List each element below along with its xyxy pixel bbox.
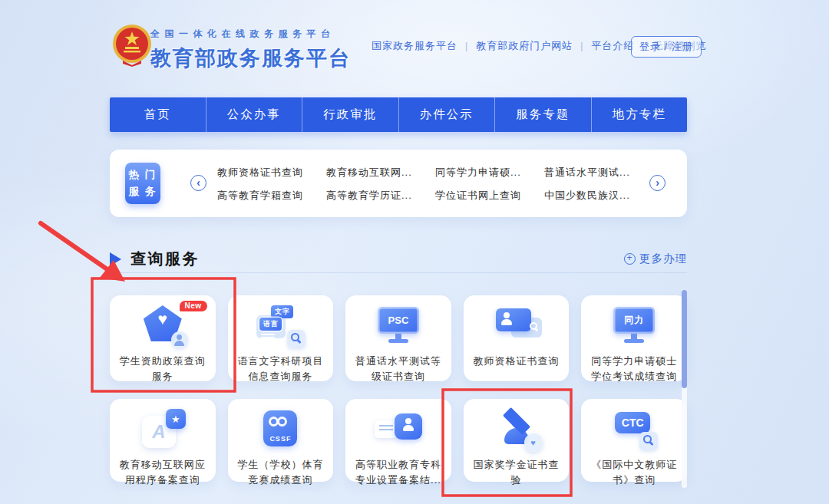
hot-link-degree-cert-online[interactable]: 学位证书网上查询 (435, 185, 544, 206)
card-label: 同等学力申请硕士学位考试成绩查询 (589, 354, 679, 384)
magnifier-icon (639, 432, 658, 450)
card-label: 普通话水平测试等级证书查询 (353, 354, 444, 384)
ctc-icon: CTC (607, 409, 661, 452)
chip-yuyan: 语言 (259, 318, 282, 331)
link-platform-intro[interactable]: 平台介绍 (573, 39, 634, 53)
card-sports-competition-score[interactable]: CSSF 学生（学校）体育竞赛成绩查询 (228, 399, 334, 482)
card-student-aid-policy[interactable]: New 学生资助政策查询服务 (110, 295, 216, 381)
nav-case-publicity[interactable]: 办件公示 (398, 97, 495, 132)
platform-tagline: 全国一体化在线政务服务平台 (150, 28, 351, 41)
card-label: 学生资助政策查询服务 (117, 354, 208, 384)
ctc-logo-text: CTC (615, 412, 650, 433)
platform-title: 教育部政务服务平台 (150, 44, 351, 72)
card-putonghua-cert[interactable]: PSC 普通话水平测试等级证书查询 (345, 295, 451, 381)
card-vocational-major-filing[interactable]: 高等职业教育专科专业设置备案结... (345, 399, 451, 482)
card-label: 高等职业教育专科专业设置备案结... (353, 457, 444, 487)
card-label: 国家奖学金证书查验 (471, 457, 562, 487)
teacher-cert-icon (490, 305, 543, 348)
nav-local-columns[interactable]: 地方专栏 (591, 97, 688, 132)
query-section-header: 查询服务 更多办理 (110, 245, 687, 273)
card-edu-mobile-app-filing[interactable]: 教育移动互联网应用程序备案查询 (110, 399, 216, 482)
cssf-icon: CSSF (253, 409, 307, 452)
person-icon (402, 418, 414, 430)
card-label: 学生（学校）体育竞赛成绩查询 (235, 457, 325, 487)
card-label: 教师资格证书查询 (471, 354, 562, 369)
hot-links-grid: 教师资格证书查询 教育移动互联网... 同等学力申请硕... 普通话水平测试..… (217, 162, 646, 206)
more-services-label: 更多办理 (639, 252, 687, 266)
magnifier-icon (287, 330, 306, 348)
national-emblem-logo (112, 24, 152, 67)
hot-link-higher-edu-cert[interactable]: 高等教育学历证... (326, 185, 435, 206)
query-section-title: 查询服务 (130, 249, 200, 269)
hot-badge-line1: 热 门 (129, 168, 157, 182)
card-national-scholarship-cert[interactable]: 国家奖学金证书查验 (464, 399, 570, 482)
cssf-logo-text: CSSF (263, 435, 297, 443)
nav-admin-approval[interactable]: 行政审批 (302, 97, 398, 132)
card-label: 教育移动互联网应用程序备案查询 (117, 457, 208, 487)
hot-link-equivalent-master[interactable]: 同等学力申请硕... (435, 162, 544, 183)
language-research-icon: 文字 语言 (253, 305, 307, 348)
chevron-right-icon[interactable] (649, 175, 666, 191)
app-filing-icon (136, 409, 190, 452)
heart-icon (144, 310, 182, 328)
card-label: 语言文字科研项目信息查询服务 (235, 354, 325, 384)
triangle-icon (110, 252, 121, 266)
hot-services-badge: 热 门 服 务 (125, 163, 160, 204)
heart-badge-icon (524, 433, 543, 452)
psc-monitor-icon: PSC (372, 305, 425, 348)
more-services-link[interactable]: 更多办理 (624, 252, 687, 266)
person-icon (500, 312, 513, 324)
chevron-left-icon[interactable] (190, 175, 206, 191)
scholarship-graduate-icon (490, 409, 543, 452)
card-label: 《国际中文教师证书》查询 (589, 457, 679, 487)
vocational-filing-icon (372, 409, 425, 452)
scrollbar-thumb[interactable] (682, 290, 687, 388)
link-national-platform[interactable]: 国家政务服务平台 (372, 39, 457, 53)
psc-screen-text: PSC (378, 307, 419, 334)
card-language-research[interactable]: 文字 语言 语言文字科研项目信息查询服务 (228, 295, 334, 381)
magnifier-icon (530, 322, 537, 330)
card-ctc-cert-query[interactable]: CTC 《国际中文教师证书》查询 (581, 399, 687, 482)
page: 全国一体化在线政务服务平台 教育部政务服务平台 国家政务服务平台 教育部政府门户… (0, 0, 829, 504)
login-register-button[interactable]: 登录 / 注册 (631, 36, 702, 58)
hot-link-edu-mobile[interactable]: 教育移动互联网... (326, 162, 435, 183)
student-aid-icon (136, 305, 190, 348)
chip-wenzi: 文字 (271, 305, 293, 318)
tongli-monitor-icon: 同力 (607, 305, 661, 348)
hot-link-teacher-cert[interactable]: 教师资格证书查询 (217, 162, 326, 183)
hot-badge-line2: 服 务 (129, 185, 157, 199)
person-icon (171, 331, 188, 348)
nav-public-affairs[interactable]: 公众办事 (206, 97, 302, 132)
gear-icon (416, 443, 422, 449)
link-moe-portal[interactable]: 教育部政府门户网站 (457, 39, 573, 53)
star-icon (166, 409, 186, 429)
plus-circle-icon (624, 253, 636, 265)
card-equivalent-master-score[interactable]: 同力 同等学力申请硕士学位考试成绩查询 (581, 295, 687, 381)
tongli-screen-text: 同力 (613, 307, 655, 334)
main-nav: 首页 公众办事 行政审批 办件公示 服务专题 地方专栏 (110, 97, 687, 132)
hot-link-minority-chinese[interactable]: 中国少数民族汉... (544, 185, 646, 206)
nav-service-topics[interactable]: 服务专题 (494, 97, 591, 132)
hot-link-putonghua-test[interactable]: 普通话水平测试... (544, 162, 646, 183)
hot-link-higher-edu-status[interactable]: 高等教育学籍查询 (217, 185, 326, 206)
service-cards-grid: New 学生资助政策查询服务 文字 语言 语言文字科研项目信息查询服务 PSC (110, 295, 687, 482)
nav-home[interactable]: 首页 (110, 97, 206, 132)
card-teacher-cert[interactable]: 教师资格证书查询 (464, 295, 570, 381)
hot-services-panel: 热 门 服 务 教师资格证书查询 教育移动互联网... 同等学力申请硕... 普… (110, 150, 687, 217)
